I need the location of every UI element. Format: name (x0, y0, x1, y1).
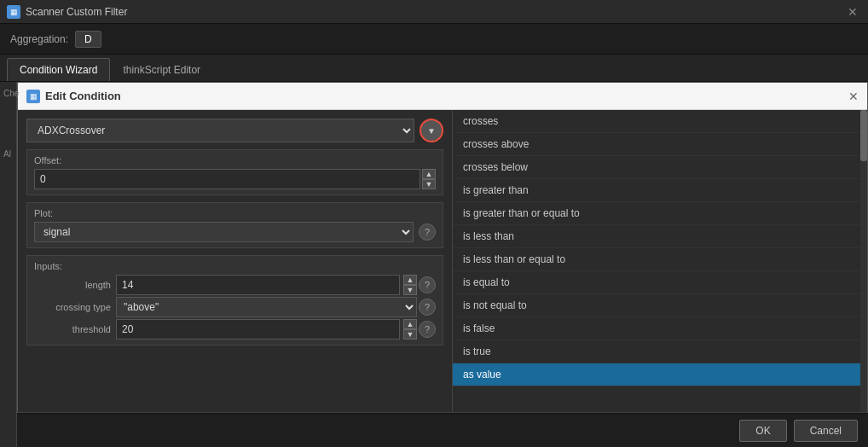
dialog-titlebar-left: ▦ Edit Condition (26, 90, 121, 103)
condition-item-9[interactable]: is false (453, 317, 867, 340)
condition-list-panel: crossescrosses abovecrosses belowis grea… (453, 110, 867, 412)
title-bar-left: ▦ Scanner Custom Filter (7, 5, 127, 19)
inputs-section: Inputs: length ▲ ▼ ? (26, 255, 443, 345)
tab-bar: Condition Wizard thinkScript Editor (0, 55, 868, 82)
condition-item-1[interactable]: crosses above (453, 133, 867, 156)
length-label: length (34, 280, 111, 290)
condition-item-0[interactable]: crosses (453, 110, 867, 133)
scrollbar-thumb[interactable] (860, 110, 867, 161)
dropdown-arrow-button[interactable]: ▼ (420, 119, 443, 142)
app-icon: ▦ (7, 5, 20, 19)
offset-increment-button[interactable]: ▲ (422, 169, 436, 179)
condition-item-6[interactable]: is less than or equal to (453, 248, 867, 271)
threshold-decrement-button[interactable]: ▼ (403, 329, 417, 340)
indicator-dropdown[interactable]: ADXCrossover (26, 119, 414, 142)
length-decrement-button[interactable]: ▼ (403, 285, 417, 295)
condition-item-5[interactable]: is less than (453, 225, 867, 248)
threshold-help-button[interactable]: ? (419, 321, 436, 338)
main-dropdown-row: ADXCrossover ▼ (26, 119, 443, 142)
window-title: Scanner Custom Filter (26, 6, 127, 18)
condition-item-3[interactable]: is greater than (453, 179, 867, 202)
dialog-titlebar: ▦ Edit Condition ✕ (18, 83, 867, 110)
plot-section: Plot: signal ? (26, 202, 443, 248)
input-crossing-type-row: crossing type "above" ? (34, 297, 436, 317)
condition-item-7[interactable]: is equal to (453, 271, 867, 294)
condition-item-2[interactable]: crosses below (453, 156, 867, 179)
length-value-col: ▲ ▼ ? (116, 275, 436, 295)
inputs-label: Inputs: (34, 261, 436, 271)
offset-decrement-button[interactable]: ▼ (422, 179, 436, 189)
tab-condition-wizard[interactable]: Condition Wizard (7, 58, 110, 81)
app-footer: OK Cancel (0, 413, 868, 447)
length-help-button[interactable]: ? (419, 276, 436, 293)
offset-section: Offset: ▲ ▼ (26, 149, 443, 195)
plot-dropdown[interactable]: signal (34, 222, 414, 242)
side-label-che: Che (0, 89, 16, 98)
input-threshold-row: threshold ▲ ▼ ? (34, 319, 436, 340)
plot-select-row: signal ? (34, 222, 436, 242)
threshold-value-col: ▲ ▼ ? (116, 319, 436, 340)
crossing-type-label: crossing type (34, 302, 111, 312)
offset-spinner: ▲ ▼ (422, 169, 436, 189)
threshold-increment-button[interactable]: ▲ (403, 319, 417, 329)
scrollbar-track[interactable] (860, 110, 867, 412)
plot-help-button[interactable]: ? (419, 224, 436, 241)
dialog-content: ADXCrossover ▼ Offset: ▲ ▼ (18, 110, 867, 412)
condition-item-4[interactable]: is greater than or equal to (453, 202, 867, 225)
length-input[interactable] (116, 275, 400, 295)
side-label-al: Al (0, 149, 16, 159)
app-cancel-button[interactable]: Cancel (794, 420, 858, 442)
plot-label: Plot: (34, 208, 436, 218)
left-panel: ADXCrossover ▼ Offset: ▲ ▼ (18, 110, 453, 412)
threshold-spinner: ▲ ▼ (403, 319, 417, 340)
crossing-type-value-col: "above" ? (116, 297, 436, 317)
title-bar: ▦ Scanner Custom Filter ✕ (0, 0, 868, 24)
condition-list: crossescrosses abovecrosses belowis grea… (453, 110, 867, 412)
crossing-type-help-button[interactable]: ? (419, 299, 436, 316)
aggregation-label: Aggregation: (10, 33, 68, 45)
condition-item-11[interactable]: as value (453, 363, 867, 386)
ok-button[interactable]: OK (739, 420, 786, 442)
condition-item-10[interactable]: is true (453, 340, 867, 363)
window-close-button[interactable]: ✕ (844, 5, 861, 19)
dialog-close-button[interactable]: ✕ (848, 90, 859, 103)
threshold-label: threshold (34, 324, 111, 334)
threshold-input[interactable] (116, 319, 400, 340)
main-area: Che Al ▦ Edit Condition ✕ ADXCrossover ▼ (0, 82, 868, 447)
crossing-type-dropdown[interactable]: "above" (116, 297, 417, 317)
dialog-icon: ▦ (26, 90, 40, 103)
length-increment-button[interactable]: ▲ (403, 275, 417, 285)
offset-input[interactable] (34, 169, 420, 189)
length-spinner: ▲ ▼ (403, 275, 417, 295)
offset-label: Offset: (34, 155, 436, 165)
offset-input-row: ▲ ▼ (34, 169, 436, 189)
dialog-title: Edit Condition (45, 90, 121, 102)
condition-item-8[interactable]: is not equal to (453, 294, 867, 317)
input-length-row: length ▲ ▼ ? (34, 275, 436, 295)
aggregation-bar: Aggregation: D (0, 24, 868, 55)
tab-thinkscript-editor[interactable]: thinkScript Editor (110, 58, 213, 81)
edit-condition-dialog: ▦ Edit Condition ✕ ADXCrossover ▼ Offset… (17, 82, 868, 447)
aggregation-value[interactable]: D (75, 31, 101, 48)
